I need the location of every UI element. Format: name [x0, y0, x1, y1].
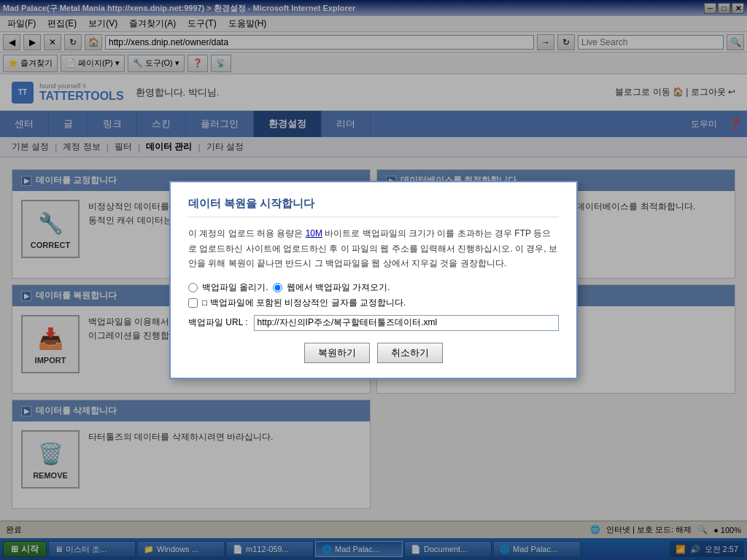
modal-option1-row: 백업파일 올리기. 웹에서 백업파일 가져오기. [188, 281, 559, 294]
modal-description: 이 계정의 업로드 허용 용량은 10M 바이트로 백업파일의 크기가 이를 초… [188, 226, 559, 271]
modal-buttons: 복원하기 취소하기 [188, 343, 559, 363]
restore-button[interactable]: 복원하기 [304, 343, 370, 363]
modal-url-input[interactable] [254, 315, 559, 331]
modal-overlay: 데이터 복원을 시작합니다 이 계정의 업로드 허용 용량은 10M 바이트로 … [0, 0, 747, 560]
modal-title: 데이터 복원을 시작합니다 [188, 197, 559, 217]
modal-checkbox-row: □ 백업파일에 포함된 비정상적인 글자를 교정합니다. [188, 297, 559, 309]
modal-checkbox-label: □ 백업파일에 포함된 비정상적인 글자를 교정합니다. [202, 297, 406, 309]
modal-dialog: 데이터 복원을 시작합니다 이 계정의 업로드 허용 용량은 10M 바이트로 … [169, 181, 578, 378]
cancel-button[interactable]: 취소하기 [377, 343, 443, 363]
modal-url-row: 백업파일 URL : [188, 315, 559, 331]
modal-radio-web[interactable] [273, 283, 282, 292]
modal-option2-label: 웹에서 백업파일 가져오기. [287, 281, 390, 294]
modal-checkbox-correct[interactable] [188, 298, 198, 308]
modal-option1-label: 백업파일 올리기. [202, 281, 268, 294]
modal-radio-group: 백업파일 올리기. 웹에서 백업파일 가져오기. □ 백업파일에 포함된 비정상… [188, 281, 559, 309]
modal-size-link[interactable]: 10M [306, 228, 322, 238]
modal-radio-upload[interactable] [188, 283, 198, 292]
modal-url-label: 백업파일 URL : [188, 316, 248, 329]
